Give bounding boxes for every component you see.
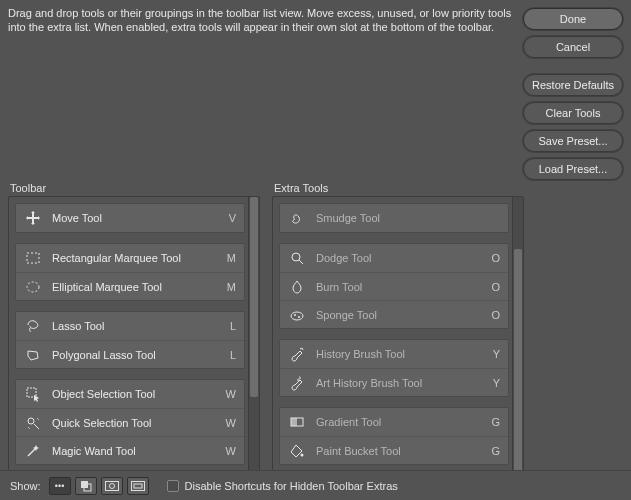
tool-label: Sponge Tool: [316, 309, 486, 321]
tool-row[interactable]: Elliptical Marquee ToolM: [16, 272, 244, 300]
checkbox-box[interactable]: [167, 480, 179, 492]
scrollbar-thumb[interactable]: [250, 197, 258, 397]
tool-label: Object Selection Tool: [52, 388, 222, 400]
lasso-icon: [24, 317, 42, 335]
history-brush-icon: [288, 345, 306, 363]
tool-label: History Brush Tool: [316, 348, 486, 360]
tool-row[interactable]: Lasso ToolL: [16, 312, 244, 340]
instructions-text: Drag and drop tools or their groupings i…: [8, 6, 523, 180]
tool-row[interactable]: Burn ToolO: [280, 272, 508, 300]
tool-shortcut: O: [486, 309, 500, 321]
tool-row[interactable]: Quick Selection ToolW: [16, 408, 244, 436]
tool-label: Polygonal Lasso Tool: [52, 349, 222, 361]
tool-label: Lasso Tool: [52, 320, 222, 332]
tool-shortcut: W: [222, 417, 236, 429]
tool-label: Paint Bucket Tool: [316, 445, 486, 457]
tool-label: Move Tool: [52, 212, 222, 224]
burn-icon: [288, 278, 306, 296]
marquee-rect-icon: [24, 249, 42, 267]
move-icon: [24, 209, 42, 227]
tool-row[interactable]: Object Selection ToolW: [16, 380, 244, 408]
tool-label: Magic Wand Tool: [52, 445, 222, 457]
tool-shortcut: O: [486, 252, 500, 264]
tool-group[interactable]: Smudge Tool: [279, 203, 509, 233]
sponge-icon: [288, 306, 306, 324]
tool-row[interactable]: Sponge ToolO: [280, 300, 508, 328]
svg-rect-10: [291, 418, 297, 426]
done-button[interactable]: Done: [523, 8, 623, 30]
tool-shortcut: M: [222, 252, 236, 264]
show-label: Show:: [10, 480, 41, 492]
show-option-ellipsis-button[interactable]: •••: [49, 477, 71, 495]
tool-row[interactable]: Magic Wand ToolW: [16, 436, 244, 464]
load-preset-button[interactable]: Load Preset...: [523, 158, 623, 180]
tool-label: Smudge Tool: [316, 212, 486, 224]
cancel-button[interactable]: Cancel: [523, 36, 623, 58]
tool-group[interactable]: Move ToolV: [15, 203, 245, 233]
tool-group[interactable]: History Brush ToolYArt History Brush Too…: [279, 339, 509, 397]
tool-shortcut: G: [486, 445, 500, 457]
svg-point-5: [292, 253, 300, 261]
tool-shortcut: W: [222, 388, 236, 400]
tool-label: Elliptical Marquee Tool: [52, 281, 222, 293]
checkbox-label: Disable Shortcuts for Hidden Toolbar Ext…: [185, 480, 398, 492]
tool-row[interactable]: Move ToolV: [16, 204, 244, 232]
tool-shortcut: O: [486, 281, 500, 293]
tool-group[interactable]: Dodge ToolOBurn ToolOSponge ToolO: [279, 243, 509, 329]
tool-row[interactable]: History Brush ToolY: [280, 340, 508, 368]
tool-row[interactable]: Rectangular Marquee ToolM: [16, 244, 244, 272]
svg-point-3: [28, 418, 34, 424]
save-preset-button[interactable]: Save Preset...: [523, 130, 623, 152]
extra-tools-header: Extra Tools: [272, 182, 524, 196]
tool-label: Dodge Tool: [316, 252, 486, 264]
restore-defaults-button[interactable]: Restore Defaults: [523, 74, 623, 96]
tool-row[interactable]: Dodge ToolO: [280, 244, 508, 272]
svg-rect-0: [27, 253, 39, 263]
svg-point-1: [27, 282, 39, 292]
tool-group[interactable]: Lasso ToolLPolygonal Lasso ToolL: [15, 311, 245, 369]
marquee-ellipse-icon: [24, 278, 42, 296]
tool-group[interactable]: Object Selection ToolWQuick Selection To…: [15, 379, 245, 465]
tool-row[interactable]: Smudge Tool: [280, 204, 508, 232]
tool-label: Rectangular Marquee Tool: [52, 252, 222, 264]
paint-bucket-icon: [288, 442, 306, 460]
tool-row[interactable]: Gradient ToolG: [280, 408, 508, 436]
dodge-icon: [288, 249, 306, 267]
svg-point-7: [294, 314, 296, 316]
tool-row[interactable]: Art History Brush ToolY: [280, 368, 508, 396]
tool-shortcut: L: [222, 349, 236, 361]
disable-shortcuts-checkbox[interactable]: Disable Shortcuts for Hidden Toolbar Ext…: [167, 480, 398, 492]
tool-group[interactable]: Rectangular Marquee ToolMElliptical Marq…: [15, 243, 245, 301]
tool-group[interactable]: Gradient ToolGPaint Bucket ToolG: [279, 407, 509, 465]
quick-select-icon: [24, 414, 42, 432]
tool-shortcut: V: [222, 212, 236, 224]
tool-row[interactable]: Polygonal Lasso ToolL: [16, 340, 244, 368]
svg-point-18: [109, 483, 114, 488]
object-select-icon: [24, 385, 42, 403]
tool-shortcut: G: [486, 416, 500, 428]
svg-rect-20: [134, 484, 142, 488]
art-history-icon: [288, 374, 306, 392]
tool-row[interactable]: Paint Bucket ToolG: [280, 436, 508, 464]
svg-rect-17: [105, 481, 118, 490]
smudge-icon: [288, 209, 306, 227]
toolbar-list[interactable]: Move ToolVRectangular Marquee ToolMEllip…: [8, 196, 260, 500]
svg-point-6: [291, 312, 303, 320]
scrollbar-thumb[interactable]: [514, 249, 522, 500]
svg-point-8: [298, 316, 300, 318]
show-option-foreground-button[interactable]: [75, 477, 97, 495]
footer-bar: Show: ••• Disable Shortcuts for Hidden T…: [0, 470, 631, 500]
tool-shortcut: W: [222, 445, 236, 457]
tool-label: Quick Selection Tool: [52, 417, 222, 429]
toolbar-scrollbar[interactable]: [248, 197, 259, 500]
lasso-poly-icon: [24, 346, 42, 364]
clear-tools-button[interactable]: Clear Tools: [523, 102, 623, 124]
tool-label: Art History Brush Tool: [316, 377, 486, 389]
show-option-screenmode-button[interactable]: [127, 477, 149, 495]
gradient-icon: [288, 413, 306, 431]
extra-tools-list[interactable]: Smudge ToolDodge ToolOBurn ToolOSponge T…: [272, 196, 524, 500]
show-option-quickmask-button[interactable]: [101, 477, 123, 495]
svg-point-11: [301, 453, 304, 456]
tool-label: Gradient Tool: [316, 416, 486, 428]
extra-scrollbar[interactable]: [512, 197, 523, 500]
